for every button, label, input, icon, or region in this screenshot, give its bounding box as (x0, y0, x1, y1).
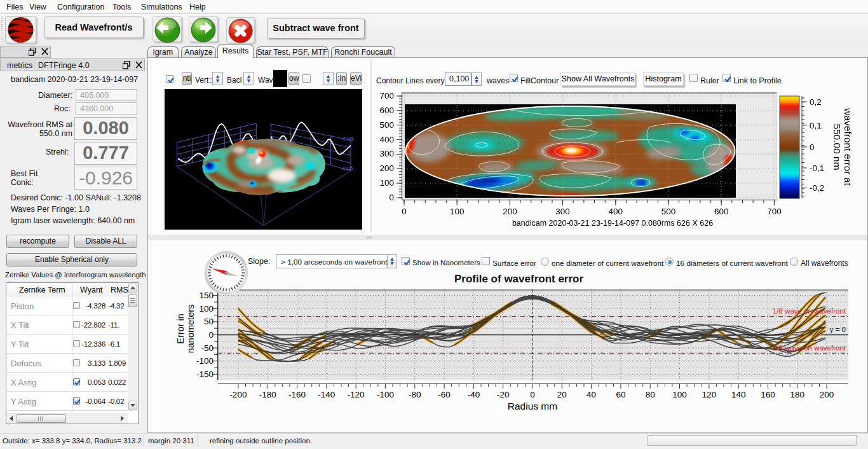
svg-text:-60: -60 (438, 390, 451, 399)
svg-text:-50: -50 (201, 343, 214, 353)
svg-text:0: 0 (810, 142, 815, 152)
svg-text:bandicam 2020-03-21 23-19-14-0: bandicam 2020-03-21 23-19-14-097 0.080rm… (512, 219, 713, 228)
svg-text:200: 200 (379, 163, 394, 173)
svg-text:50: 50 (204, 317, 214, 326)
svg-text:140: 140 (731, 390, 746, 399)
svg-text:-180: -180 (259, 390, 276, 399)
svg-text:300: 300 (555, 207, 570, 216)
svg-text:-40: -40 (468, 390, 480, 399)
svg-text:300: 300 (379, 149, 394, 158)
svg-text:0.125: 0.125 (343, 137, 354, 141)
svg-text:-0,2: -0,2 (810, 183, 824, 193)
svg-text:200: 200 (820, 390, 834, 399)
svg-text:500: 500 (379, 120, 394, 130)
svg-text:0: 0 (348, 151, 350, 155)
svg-text:80: 80 (646, 390, 655, 399)
svg-text:0: 0 (389, 193, 394, 202)
svg-text:-100: -100 (377, 390, 394, 399)
svg-text:20: 20 (557, 390, 567, 399)
svg-text:600: 600 (714, 207, 729, 216)
svg-text:-100: -100 (196, 356, 214, 366)
svg-text:-200: -200 (229, 390, 247, 399)
svg-text:100: 100 (199, 304, 214, 314)
svg-text:0: 0 (402, 207, 407, 216)
svg-text:-120: -120 (348, 390, 365, 399)
svg-text:Radius mm: Radius mm (508, 401, 557, 411)
svg-text:100: 100 (379, 178, 394, 188)
svg-text:700: 700 (379, 91, 394, 100)
svg-text:400: 400 (379, 135, 394, 144)
svg-text:160: 160 (761, 390, 775, 399)
svg-text:0: 0 (530, 390, 535, 399)
svg-text:0,2: 0,2 (810, 97, 822, 107)
svg-text:0,1: 0,1 (810, 121, 822, 130)
svg-text:0: 0 (208, 330, 214, 340)
svg-text:1/8 wave on wavefront: 1/8 wave on wavefront (773, 344, 846, 352)
svg-text:60: 60 (616, 390, 625, 399)
svg-text:-150: -150 (196, 370, 214, 379)
svg-text:700: 700 (767, 207, 782, 216)
svg-text:100: 100 (672, 390, 687, 399)
svg-text:wavefront error at: wavefront error at (843, 107, 853, 186)
svg-text:-0,1: -0,1 (810, 163, 824, 173)
svg-text:500: 500 (661, 207, 676, 216)
svg-text:600: 600 (379, 106, 394, 115)
svg-text:-140: -140 (318, 390, 335, 399)
svg-text:-80: -80 (409, 390, 421, 399)
svg-text:200: 200 (503, 207, 517, 216)
svg-text:-0.125: -0.125 (341, 166, 353, 170)
svg-text:-160: -160 (288, 390, 306, 399)
svg-text:40: 40 (587, 390, 596, 399)
svg-text:100: 100 (450, 207, 465, 216)
svg-text:y = 0: y = 0 (830, 326, 846, 333)
svg-text:400: 400 (609, 207, 623, 216)
svg-text:120: 120 (702, 390, 717, 399)
svg-text:180: 180 (790, 390, 805, 399)
svg-text:1/8 wave on wavefront: 1/8 wave on wavefront (773, 307, 846, 315)
svg-text:-20: -20 (497, 390, 510, 399)
svg-text:550.00 nm: 550.00 nm (832, 123, 843, 170)
